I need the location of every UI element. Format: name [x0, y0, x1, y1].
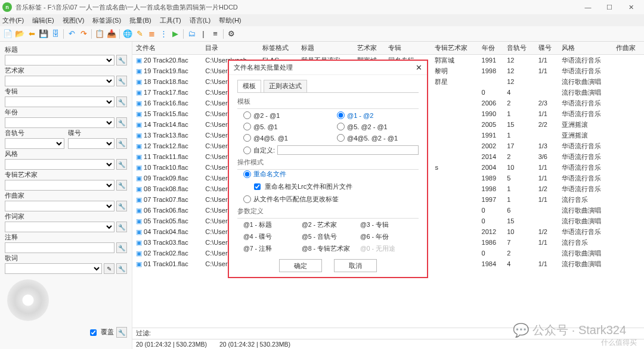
new-icon[interactable]: 📄	[2, 29, 13, 39]
tab-regex[interactable]: 正则表达式	[264, 80, 307, 92]
album-art[interactable]	[7, 279, 49, 321]
param-1: @1 - 标题	[243, 221, 302, 229]
col-header[interactable]: 年份	[478, 42, 504, 55]
wrench-year-icon[interactable]: 🔧	[116, 117, 127, 128]
wrench-comment-icon[interactable]: 🔧	[116, 242, 127, 253]
label-lyricist: 作词家	[5, 213, 127, 221]
col-header[interactable]: 标题	[298, 42, 353, 55]
label-year: 年份	[5, 108, 127, 117]
sep-icon[interactable]: |	[198, 29, 209, 39]
group-opmode: 操作模式	[237, 158, 419, 167]
maximize-button[interactable]: ☐	[599, 0, 620, 14]
radio-opt-1[interactable]: @1 - @2	[337, 111, 419, 119]
gear-icon[interactable]: ⚙	[226, 29, 237, 39]
wrench-album-icon[interactable]: 🔧	[116, 96, 127, 107]
grip-icon[interactable]: ≡	[210, 29, 221, 39]
field-lyricist[interactable]	[5, 222, 114, 232]
list-icon[interactable]: ⋮	[158, 29, 169, 39]
col-header[interactable]: 碟号	[535, 42, 559, 55]
param-0: @0 - 无用途	[360, 245, 419, 253]
toolbar: 📄 📂 ⬅ 💾 🗄 ↶ ↷ 📋 📥 🌐 ✎ ≣ ⋮ ▶ 🗂 | ≡ ⚙	[0, 26, 644, 42]
menu-2[interactable]: 视图(V)	[63, 16, 85, 25]
open-icon[interactable]: 📂	[14, 29, 25, 39]
field-track[interactable]	[5, 138, 64, 149]
saveall-icon[interactable]: 🗄	[50, 29, 61, 39]
wrench-genre-icon[interactable]: 🔧	[116, 159, 127, 170]
nav-back-icon[interactable]: ⬅	[26, 29, 37, 39]
override-checkbox[interactable]	[90, 329, 97, 336]
minimize-button[interactable]: —	[577, 0, 599, 14]
menu-3[interactable]: 标签源(S)	[92, 16, 121, 25]
field-composer[interactable]	[5, 201, 114, 211]
col-header[interactable]: 风格	[558, 42, 612, 55]
field-year[interactable]	[5, 117, 114, 128]
radio-opt-4[interactable]: @4@5. @1	[243, 134, 325, 142]
save-icon[interactable]: 💾	[38, 29, 49, 39]
radio-custom[interactable]: 自定义:	[243, 145, 419, 155]
col-header[interactable]: 标签格式	[259, 42, 298, 55]
undo-icon[interactable]: ↶	[66, 29, 77, 39]
tool-icon[interactable]: 🗂	[186, 29, 197, 39]
col-header[interactable]: 目录	[202, 42, 259, 55]
status-1: 20 (01:24:32 | 530.23MB)	[136, 341, 219, 348]
field-album[interactable]	[5, 96, 114, 107]
field-lyrics[interactable]	[5, 263, 102, 274]
close-button[interactable]: ✕	[620, 0, 642, 14]
menu-0[interactable]: 文件(F)	[2, 16, 24, 25]
field-disc[interactable]	[68, 138, 115, 149]
wrench-lyrics-icon[interactable]: 🔧	[116, 263, 127, 274]
param-7: @7 - 注释	[243, 245, 302, 253]
tab-template[interactable]: 模板	[237, 80, 261, 92]
field-artist[interactable]	[5, 76, 114, 86]
wrench-albumartist-icon[interactable]: 🔧	[116, 180, 127, 191]
menu-4[interactable]: 批量(B)	[129, 16, 151, 25]
col-header[interactable]: 艺术家	[354, 42, 385, 55]
edit-lyrics-icon[interactable]: ✎	[104, 263, 114, 274]
menu-7[interactable]: 帮助(H)	[219, 16, 241, 25]
wrench-disc-icon[interactable]: 🔧	[116, 138, 127, 149]
radio-opt-0[interactable]: @2 - @1	[243, 111, 325, 119]
batch-rename-dialog: 文件名相关批量处理 ✕ 模板 正则表达式 模板 @2 - @1 @1 - @2 …	[228, 60, 428, 278]
ok-button[interactable]: 确定	[279, 259, 322, 272]
copy-icon[interactable]: 📋	[94, 29, 105, 39]
menu-5[interactable]: 工具(T)	[160, 16, 181, 25]
op-rename[interactable]: 重命名文件	[243, 170, 419, 179]
bullet-icon[interactable]: ≣	[146, 29, 157, 39]
radio-opt-5[interactable]: @4@5. @2 - @1	[337, 134, 419, 142]
paste-icon[interactable]: 📥	[106, 29, 117, 39]
menu-6[interactable]: 语言(L)	[190, 16, 210, 25]
col-header[interactable]: 文件名	[132, 42, 202, 55]
field-title[interactable]	[5, 55, 114, 66]
field-genre[interactable]	[5, 159, 114, 170]
wrench-composer-icon[interactable]: 🔧	[116, 201, 127, 211]
play-icon[interactable]: ▶	[170, 29, 181, 39]
label-album: 专辑	[5, 88, 127, 96]
op-match[interactable]: 从文件名中匹配信息更改标签	[243, 195, 419, 204]
dialog-close-icon[interactable]: ✕	[416, 63, 422, 72]
pencil-icon[interactable]: ✎	[134, 29, 145, 39]
op-rename-related[interactable]: 重命名相关Lrc文件和图片文件	[252, 182, 419, 192]
col-header[interactable]: 音轨号	[503, 42, 535, 55]
radio-opt-2[interactable]: @5. @1	[243, 123, 325, 130]
param-4: @4 - 碟号	[243, 233, 302, 241]
wrench-artist-icon[interactable]: 🔧	[116, 76, 127, 86]
status-2: 20 (01:24:32 | 530.23MB)	[219, 341, 303, 348]
label-composer: 作曲家	[5, 192, 127, 200]
dialog-title: 文件名相关批量处理	[234, 63, 416, 72]
radio-opt-3[interactable]: @5. @2 - @1	[337, 123, 419, 130]
wrench-lyricist-icon[interactable]: 🔧	[116, 222, 127, 232]
cancel-button[interactable]: 取消	[334, 259, 377, 272]
col-header[interactable]: 作曲家	[612, 42, 644, 55]
menu-1[interactable]: 编辑(E)	[32, 16, 54, 25]
wrench-title-icon[interactable]: 🔧	[116, 55, 127, 66]
col-header[interactable]: 专辑	[385, 42, 431, 55]
wrench-cover-icon[interactable]: 🔧	[116, 327, 127, 338]
redo-icon[interactable]: ↷	[78, 29, 89, 39]
net-search-icon[interactable]: 🌐	[122, 29, 133, 39]
param-3: @3 - 专辑	[360, 221, 419, 229]
custom-pattern-input[interactable]	[277, 145, 419, 155]
field-albumartist[interactable]	[5, 180, 114, 191]
field-comment[interactable]	[5, 242, 114, 253]
param-2: @2 - 艺术家	[302, 221, 360, 229]
col-header[interactable]: 专辑艺术家	[431, 42, 478, 55]
